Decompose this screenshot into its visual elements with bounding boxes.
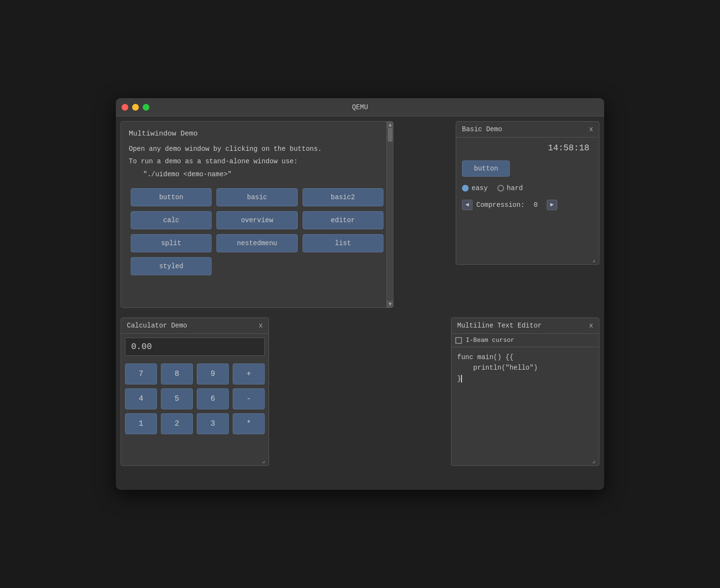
demo-btn-overview[interactable]: overview xyxy=(216,211,297,229)
ibeam-label: I-Beam cursor xyxy=(466,337,514,344)
radio-group: easy hard xyxy=(462,184,593,192)
calc-btn-multiply[interactable]: * xyxy=(233,413,265,434)
ibeam-row: I-Beam cursor xyxy=(451,334,599,347)
minimize-button[interactable] xyxy=(132,104,139,111)
main-window: QEMU Multiwindow Demo Open any demo wind… xyxy=(116,98,604,490)
calc-btn-3[interactable]: 3 xyxy=(197,413,229,434)
basic-demo-resize-handle[interactable]: ◢ xyxy=(592,258,598,263)
calc-btn-1[interactable]: 1 xyxy=(125,413,157,434)
radio-easy[interactable]: easy xyxy=(462,184,488,192)
demo-desc1: Open any demo window by clicking on the … xyxy=(129,144,385,154)
demo-btn-nestedmenu[interactable]: nestedmenu xyxy=(216,234,297,252)
calc-btn-minus[interactable]: - xyxy=(233,388,265,409)
radio-hard-circle[interactable] xyxy=(497,185,504,192)
demo-btn-editor[interactable]: editor xyxy=(303,211,383,229)
compression-value: 0 xyxy=(529,201,543,209)
maximize-button[interactable] xyxy=(143,104,149,111)
calc-btn-5[interactable]: 5 xyxy=(161,388,193,409)
window-title: QEMU xyxy=(352,103,368,111)
basic-demo-button[interactable]: button xyxy=(462,160,510,177)
basic-demo-panel: Basic Demo x 14:58:18 button easy hard xyxy=(456,121,599,265)
window-controls xyxy=(122,104,149,111)
calc-display: 0.00 xyxy=(125,338,265,356)
multiwindow-demo-panel: Multiwindow Demo Open any demo window by… xyxy=(121,121,394,308)
calculator-demo-panel: Calculator Demo x 0.00 7 8 9 + 4 5 6 - 1… xyxy=(121,317,269,466)
basic-demo-title: Basic Demo xyxy=(462,125,502,133)
calc-btn-plus[interactable]: + xyxy=(233,363,265,384)
calc-btn-2[interactable]: 2 xyxy=(161,413,193,434)
basic-demo-close[interactable]: x xyxy=(589,125,593,133)
demo-button-grid: button basic basic2 calc overview editor… xyxy=(129,188,385,275)
basic-demo-header: Basic Demo x xyxy=(456,122,599,137)
scroll-down-arrow[interactable]: ▼ xyxy=(387,301,394,307)
text-cursor xyxy=(461,375,462,383)
demo-btn-basic[interactable]: basic xyxy=(216,188,297,206)
calc-btn-4[interactable]: 4 xyxy=(125,388,157,409)
demo-scrollbar[interactable]: ▲ ▼ xyxy=(386,122,393,307)
demo-desc2: To run a demo as a stand-alone window us… xyxy=(129,156,385,167)
compression-decrease[interactable]: ◄ xyxy=(462,200,472,210)
calc-btn-8[interactable]: 8 xyxy=(161,363,193,384)
calc-resize-handle[interactable]: ◢ xyxy=(262,459,268,464)
demo-cmd: "./uidemo <demo-name>" xyxy=(129,169,385,180)
demo-btn-basic2[interactable]: basic2 xyxy=(303,188,383,206)
compression-row: ◄ Compression: 0 ► xyxy=(462,200,593,210)
radio-easy-label: easy xyxy=(472,184,488,192)
calc-button-grid: 7 8 9 + 4 5 6 - 1 2 3 * xyxy=(121,360,269,438)
text-editor-panel: Multiline Text Editor x I-Beam cursor fu… xyxy=(451,317,599,466)
demo-btn-split[interactable]: split xyxy=(131,234,212,252)
compression-label: Compression: xyxy=(476,201,525,209)
radio-hard-label: hard xyxy=(507,184,523,192)
calc-demo-header: Calculator Demo x xyxy=(121,318,269,334)
calc-btn-7[interactable]: 7 xyxy=(125,363,157,384)
demo-btn-calc[interactable]: calc xyxy=(131,211,212,229)
editor-close[interactable]: x xyxy=(589,322,593,329)
code-editor-area[interactable]: func main() {{ println("hello") } xyxy=(451,347,599,456)
editor-title: Multiline Text Editor xyxy=(457,322,541,329)
code-line3: } xyxy=(457,375,461,383)
title-bar: QEMU xyxy=(116,98,604,116)
demo-panel-content: Multiwindow Demo Open any demo window by… xyxy=(121,122,393,282)
time-display: 14:58:18 xyxy=(462,143,593,153)
demo-btn-list[interactable]: list xyxy=(303,234,383,252)
calc-btn-9[interactable]: 9 xyxy=(197,363,229,384)
basic-demo-body: 14:58:18 button easy hard ◄ Compression: xyxy=(456,137,599,216)
calc-btn-6[interactable]: 6 xyxy=(197,388,229,409)
code-line1: func main() {{ xyxy=(457,353,514,361)
demo-title: Multiwindow Demo xyxy=(129,128,385,140)
demo-btn-styled[interactable]: styled xyxy=(131,257,212,275)
main-content: Multiwindow Demo Open any demo window by… xyxy=(116,116,604,490)
ibeam-checkbox[interactable] xyxy=(455,337,462,344)
editor-resize-handle[interactable]: ◢ xyxy=(592,459,598,464)
calc-demo-title: Calculator Demo xyxy=(127,322,187,329)
editor-header: Multiline Text Editor x xyxy=(451,318,599,334)
code-line2: println("hello") xyxy=(457,364,538,372)
radio-easy-circle[interactable] xyxy=(462,185,469,192)
compression-increase[interactable]: ► xyxy=(547,200,557,210)
scroll-up-arrow[interactable]: ▲ xyxy=(387,122,394,128)
calc-demo-close[interactable]: x xyxy=(259,322,263,329)
demo-btn-button[interactable]: button xyxy=(131,188,212,206)
close-button[interactable] xyxy=(122,104,128,111)
radio-hard[interactable]: hard xyxy=(497,184,523,192)
